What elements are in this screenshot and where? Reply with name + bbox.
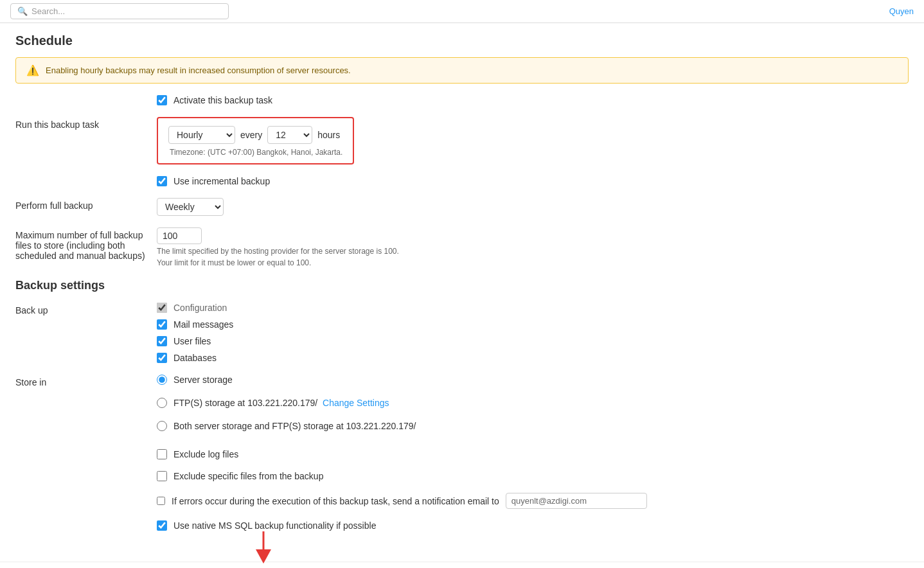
both-storage-radio[interactable] [157,421,167,431]
run-task-row: Run this backup task Hourly Daily Weekly… [15,117,909,164]
server-storage-row: Server storage [157,375,909,385]
both-storage-label[interactable]: Both server storage and FTP(S) storage a… [173,421,416,431]
run-task-label: Run this backup task [15,117,157,130]
backup-settings-title: Backup settings [15,279,909,292]
native-sql-checkbox-row: Use native MS SQL backup functionality i… [157,520,909,531]
native-sql-label[interactable]: Use native MS SQL backup functionality i… [173,520,376,531]
server-storage-label[interactable]: Server storage [173,375,233,385]
exclude-specific-spacer [15,471,157,474]
exclude-log-spacer [15,449,157,452]
incremental-checkbox[interactable] [157,176,167,186]
activate-label[interactable]: Activate this backup task [173,95,272,105]
native-sql-control: Use native MS SQL backup functionality i… [157,520,909,531]
activate-checkbox-row: Activate this backup task [157,95,909,105]
user-files-checkbox[interactable] [157,336,167,346]
exclude-log-checkbox[interactable] [157,449,167,459]
full-backup-label: Perform full backup [15,198,157,211]
mail-label[interactable]: Mail messages [173,319,233,330]
exclude-specific-checkbox-row: Exclude specific files from the backup [157,471,909,481]
incremental-checkbox-row: Use incremental backup [157,176,909,186]
store-in-row: Store in Server storage FTP(S) storage a… [15,375,909,438]
max-files-hint2: Your limit for it must be lower or equal… [157,258,909,267]
native-sql-row: Use native MS SQL backup functionality i… [15,520,909,531]
schedule-title: Schedule [15,33,909,48]
user-label[interactable]: Quyen [889,6,914,16]
error-notify-row: If errors occur during the execution of … [15,493,909,509]
back-up-row: Back up Configuration Mail messages User… [15,303,909,363]
search-box[interactable]: 🔍 Search... [10,3,229,19]
activate-control: Activate this backup task [157,95,909,105]
max-files-hint1: The limit specified by the hosting provi… [157,247,909,256]
config-row: Configuration [157,303,909,313]
run-task-highlighted-box: Hourly Daily Weekly Monthly every 1 2 3 … [157,117,354,164]
mail-checkbox[interactable] [157,319,167,330]
max-files-row: Maximum number of full backup files to s… [15,227,909,267]
run-task-control: Hourly Daily Weekly Monthly every 1 2 3 … [157,117,909,164]
max-files-label: Maximum number of full backup files to s… [15,227,157,261]
run-task-options: Hourly Daily Weekly Monthly every 1 2 3 … [168,126,342,144]
arrow-indicator [251,531,276,564]
exclude-log-checkbox-row: Exclude log files [157,449,909,459]
bottom-buttons: Save Apply Cancel [0,562,924,568]
search-icon: 🔍 [17,6,28,16]
activate-row: Activate this backup task [15,95,909,105]
error-notify-spacer [15,500,157,502]
both-storage-row: Both server storage and FTP(S) storage a… [157,421,909,431]
user-files-row: User files [157,336,909,346]
activate-spacer [15,95,157,98]
main-content: Schedule ⚠️ Enabling hourly backups may … [0,23,924,555]
back-up-label: Back up [15,303,157,315]
exclude-log-label[interactable]: Exclude log files [173,449,238,459]
ftp-storage-label: FTP(S) storage at 103.221.220.179/ Chang… [173,398,389,408]
incremental-control: Use incremental backup [157,176,909,186]
error-notify-control: If errors occur during the execution of … [157,493,909,509]
top-bar: 🔍 Search... Quyen [0,0,924,23]
hours-select[interactable]: 1 2 3 4 6 8 12 24 [267,126,312,144]
every-label: every [240,130,262,140]
warning-icon: ⚠️ [26,64,39,76]
incremental-row: Use incremental backup [15,176,909,186]
max-files-control: The limit specified by the hosting provi… [157,227,909,267]
ftp-storage-radio[interactable] [157,398,167,408]
databases-row: Databases [157,353,909,363]
exclude-log-control: Exclude log files [157,449,909,459]
native-sql-spacer [15,520,157,523]
activate-checkbox[interactable] [157,95,167,105]
warning-text: Enabling hourly backups may result in in… [46,66,351,75]
config-checkbox[interactable] [157,303,167,313]
store-in-label: Store in [15,375,157,387]
incremental-label[interactable]: Use incremental backup [173,176,270,186]
error-notify-label[interactable]: If errors occur during the execution of … [172,496,499,506]
exclude-specific-control: Exclude specific files from the backup [157,471,909,481]
error-notify-checkbox[interactable] [157,497,165,505]
search-placeholder: Search... [31,6,65,16]
exclude-specific-row: Exclude specific files from the backup [15,471,909,481]
svg-marker-1 [256,549,271,564]
full-backup-select[interactable]: Weekly Daily Monthly Never [157,198,224,216]
databases-label[interactable]: Databases [173,353,217,363]
ftp-storage-row: FTP(S) storage at 103.221.220.179/ Chang… [157,398,909,408]
config-label[interactable]: Configuration [173,303,227,313]
incremental-spacer [15,176,157,179]
change-settings-link[interactable]: Change Settings [323,398,389,408]
red-arrow-svg [251,531,276,564]
frequency-select[interactable]: Hourly Daily Weekly Monthly [168,126,235,144]
full-backup-control: Weekly Daily Monthly Never [157,198,909,216]
store-in-options: Server storage FTP(S) storage at 103.221… [157,375,909,438]
email-input[interactable] [506,493,647,509]
server-storage-radio[interactable] [157,375,167,385]
databases-checkbox[interactable] [157,353,167,363]
timezone-note: Timezone: (UTC +07:00) Bangkok, Hanoi, J… [170,148,342,157]
max-files-input[interactable] [157,227,202,244]
warning-banner: ⚠️ Enabling hourly backups may result in… [15,57,909,84]
full-backup-row: Perform full backup Weekly Daily Monthly… [15,198,909,216]
exclude-log-row: Exclude log files [15,449,909,459]
back-up-options: Configuration Mail messages User files D… [157,303,909,363]
user-files-label[interactable]: User files [173,336,211,346]
mail-row: Mail messages [157,319,909,330]
exclude-specific-label[interactable]: Exclude specific files from the backup [173,471,323,481]
exclude-specific-checkbox[interactable] [157,471,167,481]
native-sql-checkbox[interactable] [157,520,167,531]
hours-label: hours [317,130,340,140]
